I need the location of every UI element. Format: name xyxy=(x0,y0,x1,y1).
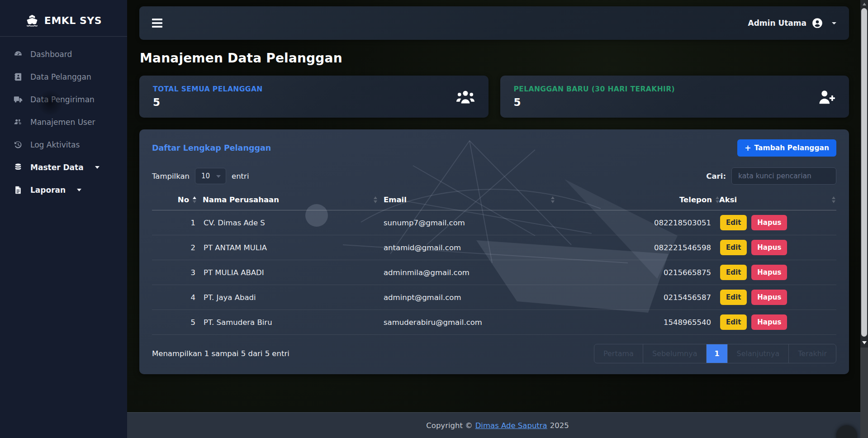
cell-nama: PT MULIA ABADI xyxy=(203,264,384,281)
pagination-first[interactable]: Pertama xyxy=(594,344,643,363)
page-length-control: Tampilkan 10 entri xyxy=(152,168,249,184)
table-card-header: Daftar Lengkap Pelanggan + Tambah Pelang… xyxy=(139,129,849,164)
column-header-telepon[interactable]: Telepon xyxy=(561,195,719,204)
sidebar-item-manajemen-user[interactable]: Manajemen User xyxy=(0,111,127,133)
cell-no: 5 xyxy=(152,314,203,331)
user-menu[interactable]: Admin Utama xyxy=(748,17,836,29)
edit-button[interactable]: Edit xyxy=(720,240,747,255)
scrollbar-track[interactable] xyxy=(860,348,868,438)
sidebar-item-label: Master Data xyxy=(30,163,84,172)
copyright-text: Copyright © xyxy=(426,421,472,430)
customer-table: No Nama Perusahaan Email Telepon xyxy=(152,193,836,335)
cell-aksi: EditHapus xyxy=(719,210,836,235)
table-row: 3PT MULIA ABADIadminmila@gmail.com021566… xyxy=(152,260,836,285)
cell-no: 2 xyxy=(152,239,203,257)
scroll-down-arrow-icon[interactable] xyxy=(860,338,868,347)
sidebar-item-data-pelanggan[interactable]: Data Pelanggan xyxy=(0,66,127,88)
column-header-nama[interactable]: Nama Perusahaan xyxy=(203,195,384,204)
delete-button[interactable]: Hapus xyxy=(751,215,787,230)
sidebar-toggle-button[interactable] xyxy=(152,19,162,28)
page-size-select[interactable]: 10 xyxy=(195,168,226,184)
cell-aksi: EditHapus xyxy=(719,285,836,309)
edit-button[interactable]: Edit xyxy=(720,265,747,280)
table-card-title: Daftar Lengkap Pelanggan xyxy=(152,143,271,152)
sidebar-item-label: Manajemen User xyxy=(30,118,95,127)
edit-button[interactable]: Edit xyxy=(720,314,747,330)
gauge-icon xyxy=(14,50,23,59)
cell-no: 1 xyxy=(152,214,203,232)
stat-label: PELANGGAN BARU (30 HARI TERAKHIR) xyxy=(514,85,675,93)
entries-label: entri xyxy=(232,172,249,181)
database-icon xyxy=(14,163,23,172)
table-row: 4PT. Jaya Abadiadminpt@gmail.com02154565… xyxy=(152,285,836,310)
ship-icon xyxy=(25,14,39,27)
stat-value: 5 xyxy=(514,96,675,108)
cell-nama: PT ANTAM MULIA xyxy=(203,239,384,257)
table-row: 2PT ANTAM MULIAantamid@gmail.com08222154… xyxy=(152,235,836,260)
delete-button[interactable]: Hapus xyxy=(751,265,787,280)
chevron-down-icon xyxy=(77,189,81,191)
cell-telepon: 0215456587 xyxy=(561,289,719,306)
history-icon xyxy=(14,140,23,149)
sidebar-item-log-aktivitas[interactable]: Log Aktivitas xyxy=(0,133,127,156)
pagination-prev[interactable]: Sebelumnya xyxy=(643,344,707,363)
footer: Copyright © Dimas Ade Saputra 2025 xyxy=(127,412,868,438)
edit-button[interactable]: Edit xyxy=(720,290,747,305)
sort-icon xyxy=(832,196,835,203)
add-customer-button[interactable]: + Tambah Pelanggan xyxy=(737,139,836,157)
show-label: Tampilkan xyxy=(152,172,190,181)
sidebar-item-label: Dashboard xyxy=(30,50,72,59)
page-size-select-wrap: 10 xyxy=(195,168,226,184)
sidebar-item-label: Laporan xyxy=(30,186,66,195)
truck-icon xyxy=(14,95,23,104)
column-header-aksi[interactable]: Aksi xyxy=(719,195,836,204)
table-body: 1CV. Dimas Ade Ssunump7@gmail.com0822185… xyxy=(152,210,836,335)
cell-email: antamid@gmail.com xyxy=(384,239,561,257)
column-header-email[interactable]: Email xyxy=(384,195,561,204)
pagination-page-1[interactable]: 1 xyxy=(707,344,727,363)
top-navbar: Admin Utama xyxy=(139,6,849,40)
brand-title: EMKL SYS xyxy=(44,15,102,26)
cell-nama: PT. Samudera Biru xyxy=(203,314,384,331)
chevron-down-icon xyxy=(95,166,100,169)
user-name: Admin Utama xyxy=(748,19,806,28)
users-group-icon xyxy=(456,89,475,105)
cell-telepon: 082218503051 xyxy=(561,214,719,232)
cell-email: samuderabiru@gmail.com xyxy=(384,314,561,331)
sidebar-item-dashboard[interactable]: Dashboard xyxy=(0,43,127,66)
delete-button[interactable]: Hapus xyxy=(751,290,787,305)
table-row: 1CV. Dimas Ade Ssunump7@gmail.com0822185… xyxy=(152,210,836,235)
cell-email: sunump7@gmail.com xyxy=(384,214,561,232)
sidebar-item-data-pengiriman[interactable]: Data Pengiriman xyxy=(0,88,127,111)
file-lines-icon xyxy=(14,186,23,195)
author-link[interactable]: Dimas Ade Saputra xyxy=(475,421,547,430)
cell-no: 3 xyxy=(152,264,203,281)
sort-icon xyxy=(551,196,555,203)
chevron-down-icon xyxy=(832,22,836,24)
search-input[interactable] xyxy=(731,167,836,185)
delete-button[interactable]: Hapus xyxy=(751,240,787,255)
sidebar-item-master-data[interactable]: Master Data xyxy=(0,156,127,179)
users-gear-icon xyxy=(14,118,23,127)
scrollbar-thumb[interactable] xyxy=(861,8,867,337)
delete-button[interactable]: Hapus xyxy=(751,314,787,330)
pagination-next[interactable]: Selanjutnya xyxy=(728,344,789,363)
column-header-no[interactable]: No xyxy=(152,195,203,204)
content: Admin Utama Manajemen Data Pelanggan TOT… xyxy=(127,0,868,374)
main-area: Admin Utama Manajemen Data Pelanggan TOT… xyxy=(127,0,868,438)
cell-telepon: 082221546598 xyxy=(561,239,719,257)
pagination: Pertama Sebelumnya 1 Selanjutnya Terakhi… xyxy=(594,344,836,363)
sidebar-item-laporan[interactable]: Laporan xyxy=(0,179,127,201)
stat-label: TOTAL SEMUA PELANGGAN xyxy=(153,85,263,93)
brand: EMKL SYS xyxy=(0,10,127,36)
sidebar-shadow-decoration xyxy=(37,90,63,116)
pagination-last[interactable]: Terakhir xyxy=(789,344,836,363)
search-label: Cari: xyxy=(706,172,726,181)
cell-telepon: 1548965540 xyxy=(561,314,719,331)
stat-value: 5 xyxy=(153,96,263,108)
edit-button[interactable]: Edit xyxy=(720,215,747,230)
sidebar: EMKL SYS Dashboard Data Pelanggan Data P… xyxy=(0,0,127,438)
plus-icon: + xyxy=(745,144,751,152)
sidebar-item-label: Log Aktivitas xyxy=(30,140,80,149)
scroll-up-arrow-icon[interactable] xyxy=(860,0,868,7)
